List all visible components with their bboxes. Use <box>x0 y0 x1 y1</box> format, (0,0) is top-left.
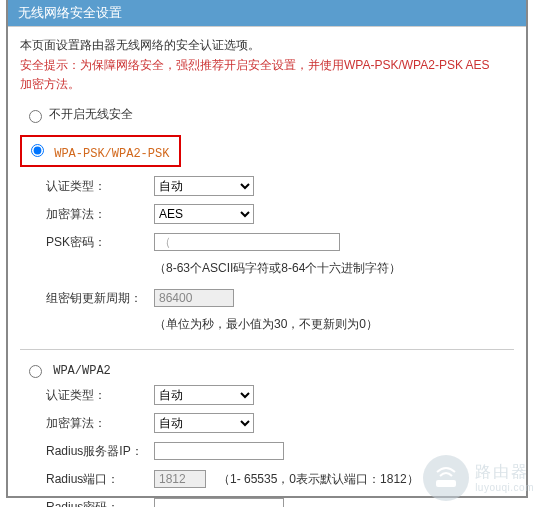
psk-rekey-label: 组密钥更新周期： <box>46 290 154 307</box>
psk-enc-label: 加密算法： <box>46 206 154 223</box>
security-warning: 安全提示：为保障网络安全，强烈推荐开启安全设置，并使用WPA-PSK/WPA2-… <box>20 56 514 94</box>
option-disable-row: 不开启无线安全 <box>24 106 514 123</box>
psk-rekey-input[interactable] <box>154 289 234 307</box>
radius-port-input[interactable] <box>154 470 206 488</box>
psk-form: 认证类型： 自动 加密算法： AES PSK密码： （8-63个ASCII码字符… <box>46 175 514 333</box>
radio-wpa[interactable] <box>29 365 42 378</box>
wpa-auth-label: 认证类型： <box>46 387 154 404</box>
radius-ip-label: Radius服务器IP： <box>46 443 154 460</box>
option-wpa-label: WPA/WPA2 <box>53 364 111 378</box>
section-divider <box>20 349 514 350</box>
psk-pass-help: （8-63个ASCII码字符或8-64个十六进制字符） <box>154 259 514 277</box>
psk-pass-input[interactable] <box>154 233 340 251</box>
option-wpa-row: WPA/WPA2 <box>24 362 514 378</box>
option-wpa[interactable]: WPA/WPA2 <box>24 364 111 378</box>
option-psk[interactable]: WPA-PSK/WPA2-PSK <box>26 147 169 161</box>
panel-content: 本页面设置路由器无线网络的安全认证选项。 安全提示：为保障网络安全，强烈推荐开启… <box>8 27 526 507</box>
wpa-auth-select[interactable]: 自动 <box>154 385 254 405</box>
radius-ip-input[interactable] <box>154 442 284 460</box>
panel-title: 无线网络安全设置 <box>8 0 526 27</box>
psk-rekey-help: （单位为秒，最小值为30，不更新则为0） <box>154 315 514 333</box>
radius-port-label: Radius端口： <box>46 471 154 488</box>
option-psk-label: WPA-PSK/WPA2-PSK <box>54 147 169 161</box>
option-disable[interactable]: 不开启无线安全 <box>24 107 133 121</box>
wpa-form: 认证类型： 自动 加密算法： 自动 Radius服务器IP： Radius端口：… <box>46 384 514 507</box>
intro-text: 本页面设置路由器无线网络的安全认证选项。 <box>20 37 514 54</box>
radius-pass-input[interactable] <box>154 498 284 507</box>
radius-port-help: （1- 65535，0表示默认端口：1812） <box>218 471 419 488</box>
radio-disable[interactable] <box>29 110 42 123</box>
option-disable-label: 不开启无线安全 <box>49 107 133 121</box>
wpa-enc-select[interactable]: 自动 <box>154 413 254 433</box>
warning-line-2: 加密方法。 <box>20 77 80 91</box>
warning-line-1: 安全提示：为保障网络安全，强烈推荐开启安全设置，并使用WPA-PSK/WPA2-… <box>20 58 490 72</box>
wpa-enc-label: 加密算法： <box>46 415 154 432</box>
psk-enc-select[interactable]: AES <box>154 204 254 224</box>
psk-auth-label: 认证类型： <box>46 178 154 195</box>
settings-panel: 无线网络安全设置 本页面设置路由器无线网络的安全认证选项。 安全提示：为保障网络… <box>6 0 528 498</box>
psk-pass-label: PSK密码： <box>46 234 154 251</box>
radio-psk[interactable] <box>31 144 44 157</box>
option-psk-highlight: WPA-PSK/WPA2-PSK <box>20 135 181 167</box>
psk-auth-select[interactable]: 自动 <box>154 176 254 196</box>
radius-pass-label: Radius密码： <box>46 499 154 507</box>
